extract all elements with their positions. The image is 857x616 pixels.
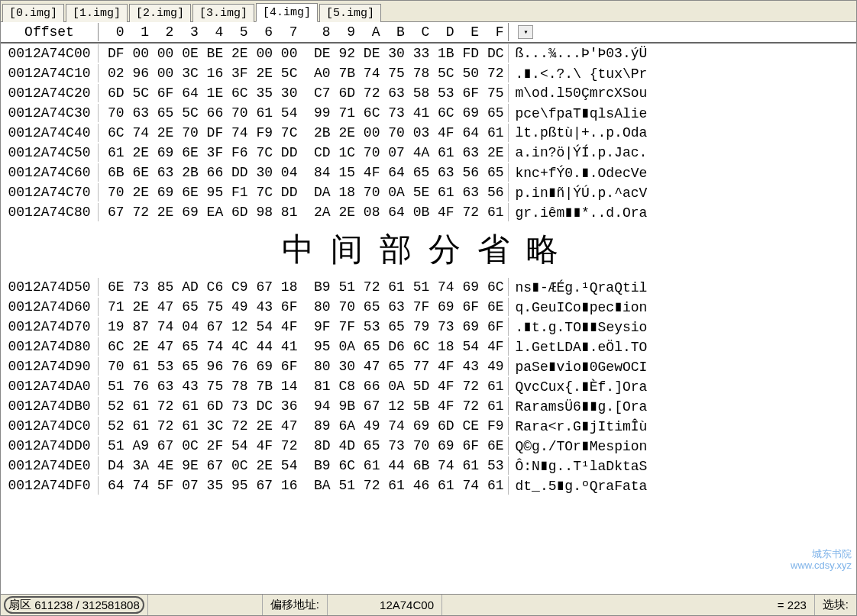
hex-cell[interactable]: 67 72 2E 69 EA 6D 98 81 2A 2E 08 64 0B 4… (99, 203, 509, 221)
offset-cell: 0012A74D80 (1, 337, 99, 356)
hex-cell[interactable]: 71 2E 47 65 75 49 43 6F 80 70 65 63 7F 6… (99, 298, 509, 316)
hex-row[interactable]: 0012A74C7070 2E 69 6E 95 F1 7C DD DA 18 … (1, 182, 856, 202)
hex-cell[interactable]: 61 2E 69 6E 3F F6 7C DD CD 1C 70 07 4A 6… (99, 144, 509, 162)
hex-row[interactable]: 0012A74C406C 74 2E 70 DF 74 F9 7C 2B 2E … (1, 123, 856, 143)
hex-row[interactable]: 0012A74C5061 2E 69 6E 3F F6 7C DD CD 1C … (1, 143, 856, 163)
ascii-cell[interactable]: QvcCux{.∎Èf.]Ora (509, 376, 856, 396)
watermark: 城东书院 www.cdsy.xyz (791, 549, 852, 571)
hex-row[interactable]: 0012A74DE0D4 3A 4E 9E 67 0C 2E 54 B9 6C … (1, 456, 856, 476)
ascii-cell[interactable]: gr.iêm∎∎*..d.Ora (509, 202, 856, 222)
hex-cell[interactable]: 02 96 00 3C 16 3F 2E 5C A0 7B 74 75 78 5… (99, 64, 509, 82)
hex-cell[interactable]: 64 74 5F 07 35 95 67 16 BA 51 72 61 46 6… (99, 476, 509, 495)
status-selblock-label: 选块: (815, 595, 856, 615)
hex-cell[interactable]: 6B 6E 63 2B 66 DD 30 04 84 15 4F 64 65 6… (99, 163, 509, 182)
hex-row[interactable]: 0012A74DF064 74 5F 07 35 95 67 16 BA 51 … (1, 476, 856, 495)
hex-row[interactable]: 0012A74DA051 76 63 43 75 78 7B 14 81 C8 … (1, 376, 856, 396)
hex-row[interactable]: 0012A74D9070 61 53 65 96 76 69 6F 80 30 … (1, 356, 856, 376)
ascii-cell[interactable]: Q©g./TOr∎Mespion (509, 436, 856, 456)
ascii-cell[interactable]: p.in∎ñ|ÝÚ.p.^acV (509, 182, 856, 202)
hex-cell[interactable]: 70 2E 69 6E 95 F1 7C DD DA 18 70 0A 5E 6… (99, 183, 509, 202)
hex-row[interactable]: 0012A74D6071 2E 47 65 75 49 43 6F 80 70 … (1, 297, 856, 317)
hex-row[interactable]: 0012A74DB052 61 72 61 6D 73 DC 36 94 9B … (1, 396, 856, 416)
tab-bar: [0.img] [1.img] [2.img] [3.img] [4.img] … (1, 1, 856, 22)
ascii-cell[interactable]: q.GeuICo∎pec∎ion (509, 297, 856, 317)
offset-cell: 0012A74D50 (1, 278, 99, 296)
hex-row[interactable]: 0012A74C00DF 00 00 0E BE 2E 00 00 DE 92 … (1, 44, 856, 63)
hex-cell[interactable]: 51 A9 67 0C 2F 54 4F 72 8D 4D 65 73 70 6… (99, 437, 509, 455)
hex-cell[interactable]: 70 63 65 5C 66 70 61 54 99 71 6C 73 41 6… (99, 104, 509, 122)
offset-cell: 0012A74D70 (1, 318, 99, 336)
ascii-cell[interactable]: ns∎-ÆÉg.¹QraQtil (509, 277, 856, 297)
ascii-cell[interactable]: Ô:N∎g..T¹laDktaS (509, 456, 856, 476)
hex-row[interactable]: 0012A74C1002 96 00 3C 16 3F 2E 5C A0 7B … (1, 63, 856, 83)
hex-row[interactable]: 0012A74C606B 6E 63 2B 66 DD 30 04 84 15 … (1, 163, 856, 182)
hex-row[interactable]: 0012A74D506E 73 85 AD C6 C9 67 18 B9 51 … (1, 277, 856, 297)
hex-content: 0012A74C00DF 00 00 0E BE 2E 00 00 DE 92 … (1, 44, 856, 594)
ascii-cell[interactable]: knc+fÝ0.∎.OdecVe (509, 163, 856, 182)
hex-row[interactable]: 0012A74DD051 A9 67 0C 2F 54 4F 72 8D 4D … (1, 436, 856, 456)
hex-header: 0 1 2 3 4 5 6 7 8 9 A B C D E F (99, 23, 509, 41)
ascii-cell[interactable]: .∎t.g.TO∎∎Seysio (509, 317, 856, 337)
ascii-header: ▾ (509, 24, 856, 40)
hex-cell[interactable]: 52 61 72 61 3C 72 2E 47 89 6A 49 74 69 6… (99, 417, 509, 435)
hex-cell[interactable]: 52 61 72 61 6D 73 DC 36 94 9B 67 12 5B 4… (99, 397, 509, 415)
hex-row[interactable]: 0012A74C3070 63 65 5C 66 70 61 54 99 71 … (1, 103, 856, 123)
tab-4[interactable]: [4.img] (256, 3, 318, 22)
ascii-cell[interactable]: pce\fpaT∎qlsAlie (509, 103, 856, 123)
ascii-cell[interactable]: Rara<r.G∎jItimÎù (509, 416, 856, 436)
tab-0[interactable]: [0.img] (2, 4, 64, 22)
hex-cell[interactable]: 6C 2E 47 65 74 4C 44 41 95 0A 65 D6 6C 1… (99, 337, 509, 356)
hex-cell[interactable]: 6C 74 2E 70 DF 74 F9 7C 2B 2E 00 70 03 4… (99, 124, 509, 142)
offset-cell: 0012A74DF0 (1, 476, 99, 495)
ascii-cell[interactable]: RaramsÜ6∎∎g.[Ora (509, 396, 856, 416)
status-sector-label: 扇区 (8, 598, 31, 612)
hex-cell[interactable]: 6D 5C 6F 64 1E 6C 35 30 C7 6D 72 63 58 5… (99, 84, 509, 102)
status-offset-label: 偏移地址: (263, 595, 328, 615)
status-spacer1 (148, 595, 263, 615)
hex-cell[interactable]: 51 76 63 43 75 78 7B 14 81 C8 66 0A 5D 4… (99, 377, 509, 395)
charset-dropdown[interactable]: ▾ (518, 25, 533, 39)
hex-row[interactable]: 0012A74C8067 72 2E 69 EA 6D 98 81 2A 2E … (1, 202, 856, 222)
tab-5[interactable]: [5.img] (319, 4, 381, 22)
status-bar: 扇区 611238 / 312581808 偏移地址: 12A74C00 = 2… (1, 594, 856, 615)
ascii-cell[interactable]: dt_.5∎g.ºQraFata (509, 476, 856, 495)
hex-row[interactable]: 0012A74C206D 5C 6F 64 1E 6C 35 30 C7 6D … (1, 83, 856, 103)
offset-cell: 0012A74D60 (1, 298, 99, 316)
tab-1[interactable]: [1.img] (66, 4, 128, 22)
offset-cell: 0012A74C40 (1, 124, 99, 142)
ascii-cell[interactable]: ß...¾...Þ'Þ03.ýÜ (509, 44, 856, 63)
ascii-cell[interactable]: lt.pßtù|+..p.Oda (509, 124, 856, 142)
tab-2[interactable]: [2.img] (129, 4, 191, 22)
offset-cell: 0012A74C10 (1, 64, 99, 82)
hex-row[interactable]: 0012A74D806C 2E 47 65 74 4C 44 41 95 0A … (1, 337, 856, 356)
tab-3[interactable]: [3.img] (192, 4, 254, 22)
offset-cell: 0012A74D90 (1, 357, 99, 376)
watermark-line2: www.cdsy.xyz (791, 560, 852, 571)
offset-cell: 0012A74DC0 (1, 417, 99, 435)
offset-cell: 0012A74C50 (1, 144, 99, 162)
ascii-cell[interactable]: .∎.<.?.\ {tux\Pr (509, 63, 856, 83)
ascii-cell[interactable]: a.in?ö|ÝÍ.p.Jac. (509, 144, 856, 162)
hex-cell[interactable]: D4 3A 4E 9E 67 0C 2E 54 B9 6C 61 44 6B 7… (99, 456, 509, 475)
hex-cell[interactable]: DF 00 00 0E BE 2E 00 00 DE 92 DE 30 33 1… (99, 44, 509, 63)
offset-cell: 0012A74C00 (1, 44, 99, 63)
omitted-rows-label: 中间部分省略 (1, 222, 856, 277)
watermark-line1: 城东书院 (791, 549, 852, 560)
hex-row[interactable]: 0012A74D7019 87 74 04 67 12 54 4F 9F 7F … (1, 317, 856, 337)
offset-cell: 0012A74C20 (1, 84, 99, 102)
offset-header: Offset (1, 23, 99, 41)
offset-cell: 0012A74C30 (1, 104, 99, 122)
offset-cell: 0012A74DB0 (1, 397, 99, 415)
hex-row[interactable]: 0012A74DC052 61 72 61 3C 72 2E 47 89 6A … (1, 416, 856, 436)
offset-cell: 0012A74C70 (1, 183, 99, 202)
offset-cell: 0012A74DD0 (1, 437, 99, 455)
ascii-cell[interactable]: l.GetLDA∎.eÖl.TO (509, 337, 856, 356)
status-offset-value: 12A74C00 (328, 595, 442, 615)
hex-cell[interactable]: 6E 73 85 AD C6 C9 67 18 B9 51 72 61 51 7… (99, 278, 509, 296)
ascii-cell[interactable]: paSe∎vio∎0GewOCI (509, 356, 856, 376)
hex-cell[interactable]: 19 87 74 04 67 12 54 4F 9F 7F 53 65 79 7… (99, 318, 509, 336)
offset-cell: 0012A74DE0 (1, 456, 99, 475)
offset-cell: 0012A74C80 (1, 203, 99, 221)
ascii-cell[interactable]: m\od.l50ÇmrcXSou (509, 84, 856, 102)
hex-cell[interactable]: 70 61 53 65 96 76 69 6F 80 30 47 65 77 4… (99, 357, 509, 376)
